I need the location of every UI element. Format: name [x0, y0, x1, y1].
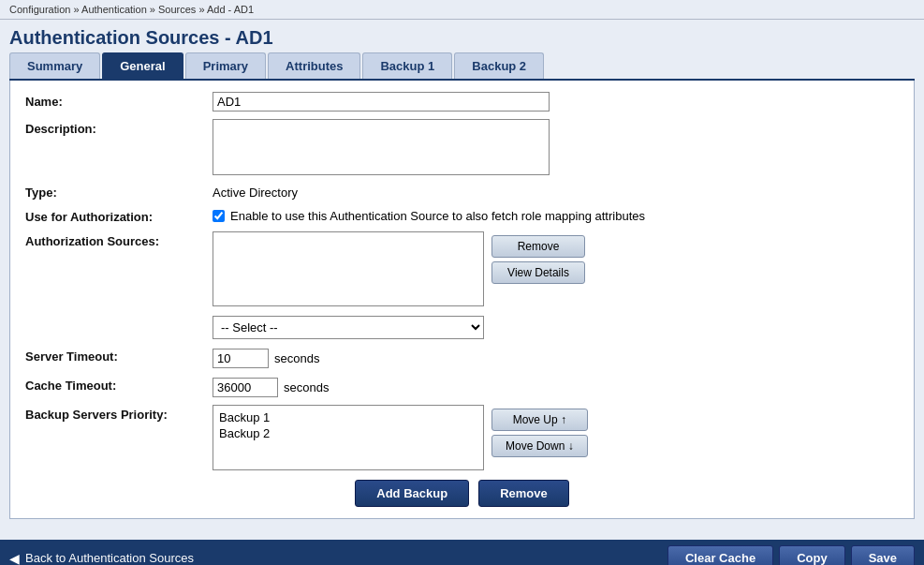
auth-sources-value-container: Remove View Details -- Select -- [213, 231, 899, 339]
cache-timeout-row: Cache Timeout: seconds [25, 376, 899, 397]
remove-auth-source-button[interactable]: Remove [491, 235, 585, 258]
type-label: Type: [25, 183, 213, 200]
server-timeout-row: Server Timeout: seconds [25, 347, 899, 368]
save-button[interactable]: Save [851, 545, 915, 565]
move-up-button[interactable]: Move Up ↑ [491, 409, 588, 431]
back-arrow-icon: ◀ [9, 551, 20, 566]
name-value-container [213, 92, 899, 112]
auth-sources-listbox[interactable] [213, 231, 484, 306]
use-for-auth-row: Use for Authorization: Enable to use thi… [25, 207, 899, 224]
auth-sources-buttons: Remove View Details [491, 235, 585, 284]
backup-priority-value-container: Backup 1 Backup 2 Move Up ↑ Move Down ↓ [213, 405, 899, 470]
name-row: Name: [25, 92, 899, 112]
back-link[interactable]: ◀ Back to Authentication Sources [9, 551, 194, 566]
auth-sources-row: Authorization Sources: Remove View Detai… [25, 231, 899, 339]
backup-move-buttons: Move Up ↑ Move Down ↓ [491, 409, 588, 457]
auth-source-select-container: -- Select -- [213, 316, 484, 339]
name-input[interactable] [213, 92, 550, 112]
view-details-button[interactable]: View Details [491, 261, 585, 284]
type-row: Type: Active Directory [25, 183, 899, 200]
cache-timeout-value-container: seconds [213, 376, 899, 397]
cache-timeout-group: seconds [213, 376, 329, 397]
clear-cache-button[interactable]: Clear Cache [667, 545, 773, 565]
server-timeout-label: Server Timeout: [25, 347, 213, 364]
use-for-auth-checkbox-label[interactable]: Enable to use this Authentication Source… [213, 207, 645, 223]
description-value-container [213, 119, 899, 175]
backup-priority-label: Backup Servers Priority: [25, 405, 213, 422]
server-timeout-value-container: seconds [213, 347, 899, 368]
tab-primary[interactable]: Primary [185, 52, 266, 79]
use-for-auth-checkbox[interactable] [213, 210, 225, 222]
tab-summary[interactable]: Summary [9, 52, 100, 79]
description-label: Description: [25, 119, 213, 136]
footer: ◀ Back to Authentication Sources Clear C… [0, 540, 924, 565]
list-item: Backup 1 [217, 409, 479, 425]
name-label: Name: [25, 92, 213, 109]
description-row: Description: [25, 119, 899, 175]
tab-backup1[interactable]: Backup 1 [362, 52, 452, 79]
backup-section: Backup 1 Backup 2 Move Up ↑ Move Down ↓ [213, 405, 588, 470]
tab-bar: Summary General Primary Attributes Backu… [9, 52, 915, 81]
description-textarea[interactable] [213, 119, 550, 175]
footer-right-buttons: Clear Cache Copy Save [667, 545, 915, 565]
use-for-auth-label: Use for Authorization: [25, 207, 213, 224]
backup-listbox[interactable]: Backup 1 Backup 2 [213, 405, 484, 470]
server-timeout-group: seconds [213, 347, 319, 368]
move-down-button[interactable]: Move Down ↓ [491, 435, 588, 457]
remove-backup-button[interactable]: Remove [478, 480, 569, 507]
tab-general[interactable]: General [102, 52, 183, 79]
type-value: Active Directory [213, 183, 298, 200]
list-item: Backup 2 [217, 425, 479, 441]
backup-priority-row: Backup Servers Priority: Backup 1 Backup… [25, 405, 899, 470]
form-area: Name: Description: Type: [9, 81, 915, 519]
use-for-auth-value-container: Enable to use this Authentication Source… [213, 207, 899, 223]
type-value-container: Active Directory [213, 183, 899, 200]
auth-source-select[interactable]: -- Select -- [213, 316, 484, 339]
tab-attributes[interactable]: Attributes [268, 52, 360, 79]
copy-button[interactable]: Copy [779, 545, 845, 565]
add-backup-button[interactable]: Add Backup [355, 480, 469, 507]
server-timeout-input[interactable] [213, 349, 269, 368]
tab-backup2[interactable]: Backup 2 [454, 52, 544, 79]
cache-timeout-input[interactable] [213, 378, 278, 397]
auth-sources-label: Authorization Sources: [25, 231, 213, 248]
page-title: Authentication Sources - AD1 [0, 20, 924, 52]
bottom-action-row: Add Backup Remove [25, 480, 899, 507]
breadcrumb: Configuration » Authentication » Sources… [0, 0, 924, 20]
cache-timeout-label: Cache Timeout: [25, 376, 213, 393]
